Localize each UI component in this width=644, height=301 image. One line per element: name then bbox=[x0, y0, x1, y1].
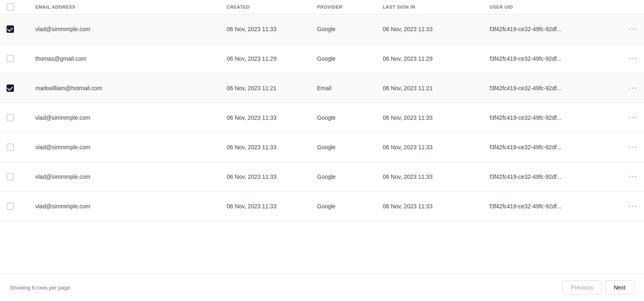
row-provider: Google bbox=[317, 203, 383, 210]
row-email: markwilliam@hotmail.com bbox=[35, 85, 227, 91]
row-actions-button[interactable]: ··· bbox=[605, 202, 637, 210]
row-email: vlad@simmmple.com bbox=[35, 173, 227, 180]
row-email: thomas@gmail.com bbox=[35, 55, 227, 62]
provider-col-header: PROVIDER bbox=[317, 5, 383, 9]
row-created: 06 Nov, 2023 11:29 bbox=[227, 55, 317, 62]
row-user-uid: f3f42fc419-ce32-49fc-92df... bbox=[490, 144, 605, 150]
row-checkbox-cell[interactable] bbox=[7, 55, 35, 62]
last-sign-in-col-header: LAST SIGN IN bbox=[383, 5, 490, 9]
row-provider: Google bbox=[317, 26, 383, 32]
row-email: vlad@simmmple.com bbox=[35, 26, 227, 32]
row-last-sign-in: 06 Nov, 2023 11:33 bbox=[383, 114, 490, 121]
row-actions-button[interactable]: ··· bbox=[605, 84, 637, 92]
select-all-checkbox[interactable] bbox=[7, 3, 14, 11]
row-provider: Google bbox=[317, 144, 383, 150]
row-email: vlad@simmmple.com bbox=[35, 114, 227, 121]
row-last-sign-in: 06 Nov, 2023 11:33 bbox=[383, 26, 490, 32]
row-checkbox-cell[interactable] bbox=[7, 25, 35, 33]
row-user-uid: f3f42fc419-ce32-49fc-92df... bbox=[490, 85, 605, 91]
select-all-checkbox-cell[interactable] bbox=[7, 3, 35, 11]
row-last-sign-in: 06 Nov, 2023 11:33 bbox=[383, 173, 490, 180]
row-checkbox[interactable] bbox=[7, 84, 14, 92]
row-provider: Google bbox=[317, 55, 383, 62]
row-provider: Email bbox=[317, 85, 383, 91]
row-checkbox[interactable] bbox=[7, 203, 14, 210]
row-user-uid: f3f42fc419-ce32-49fc-92df... bbox=[490, 55, 605, 62]
table-footer: Showing 6 rows per page Previous Next bbox=[0, 274, 644, 301]
row-checkbox-cell[interactable] bbox=[7, 173, 35, 180]
row-actions-button[interactable]: ··· bbox=[605, 143, 637, 151]
row-checkbox-cell[interactable] bbox=[7, 114, 35, 121]
row-user-uid: f3f42fc419-ce32-49fc-92df... bbox=[490, 173, 605, 180]
user-uid-col-header: USER UID bbox=[490, 5, 605, 9]
row-checkbox[interactable] bbox=[7, 55, 14, 62]
row-last-sign-in: 06 Nov, 2023 11:33 bbox=[383, 144, 490, 150]
row-checkbox-cell[interactable] bbox=[7, 84, 35, 92]
users-table: EMAIL ADDRESS CREATED PROVIDER LAST SIGN… bbox=[0, 0, 644, 301]
row-checkbox-cell[interactable] bbox=[7, 144, 35, 151]
row-user-uid: f3f42fc419-ce32-49fc-92df... bbox=[490, 203, 605, 210]
row-created: 06 Nov, 2023 11:33 bbox=[227, 114, 317, 121]
table-row: vlad@simmmple.com 06 Nov, 2023 11:33 Goo… bbox=[0, 132, 644, 162]
row-checkbox[interactable] bbox=[7, 144, 14, 151]
table-row: vlad@simmmple.com 06 Nov, 2023 11:33 Goo… bbox=[0, 162, 644, 192]
row-created: 06 Nov, 2023 11:33 bbox=[227, 26, 317, 32]
table-row: vlad@simmmple.com 06 Nov, 2023 11:33 Goo… bbox=[0, 14, 644, 44]
table-row: markwilliam@hotmail.com 06 Nov, 2023 11:… bbox=[0, 73, 644, 103]
table-row: vlad@simmmple.com 06 Nov, 2023 11:33 Goo… bbox=[0, 103, 644, 132]
row-email: vlad@simmmple.com bbox=[35, 144, 227, 150]
row-checkbox[interactable] bbox=[7, 173, 14, 180]
rows-per-page-info: Showing 6 rows per page bbox=[10, 285, 70, 291]
row-created: 06 Nov, 2023 11:33 bbox=[227, 144, 317, 150]
row-actions-button[interactable]: ··· bbox=[605, 113, 637, 122]
row-created: 06 Nov, 2023 11:21 bbox=[227, 85, 317, 91]
row-checkbox-cell[interactable] bbox=[7, 203, 35, 210]
row-created: 06 Nov, 2023 11:33 bbox=[227, 203, 317, 210]
row-checkbox[interactable] bbox=[7, 25, 14, 33]
row-email: vlad@simmmple.com bbox=[35, 203, 227, 210]
email-col-header: EMAIL ADDRESS bbox=[35, 5, 227, 9]
row-checkbox[interactable] bbox=[7, 114, 14, 121]
previous-button[interactable]: Previous bbox=[562, 280, 602, 294]
next-button[interactable]: Next bbox=[605, 280, 634, 294]
created-col-header: CREATED bbox=[227, 5, 317, 9]
row-user-uid: f3f42fc419-ce32-49fc-92df... bbox=[490, 26, 605, 32]
row-actions-button[interactable]: ··· bbox=[605, 172, 637, 181]
row-actions-button[interactable]: ··· bbox=[605, 25, 637, 33]
row-last-sign-in: 06 Nov, 2023 11:33 bbox=[383, 203, 490, 210]
row-actions-button[interactable]: ··· bbox=[605, 54, 637, 63]
row-last-sign-in: 06 Nov, 2023 11:29 bbox=[383, 55, 490, 62]
table-header: EMAIL ADDRESS CREATED PROVIDER LAST SIGN… bbox=[0, 0, 644, 14]
row-last-sign-in: 06 Nov, 2023 11:21 bbox=[383, 85, 490, 91]
table-row: vlad@simmmple.com 06 Nov, 2023 11:33 Goo… bbox=[0, 192, 644, 221]
table-row: thomas@gmail.com 06 Nov, 2023 11:29 Goog… bbox=[0, 44, 644, 73]
table-body: vlad@simmmple.com 06 Nov, 2023 11:33 Goo… bbox=[0, 14, 644, 221]
row-provider: Google bbox=[317, 173, 383, 180]
row-created: 06 Nov, 2023 11:33 bbox=[227, 173, 317, 180]
row-user-uid: f3f42fc419-ce32-49fc-92df... bbox=[490, 114, 605, 121]
row-provider: Google bbox=[317, 114, 383, 121]
pagination-controls: Previous Next bbox=[562, 280, 634, 294]
